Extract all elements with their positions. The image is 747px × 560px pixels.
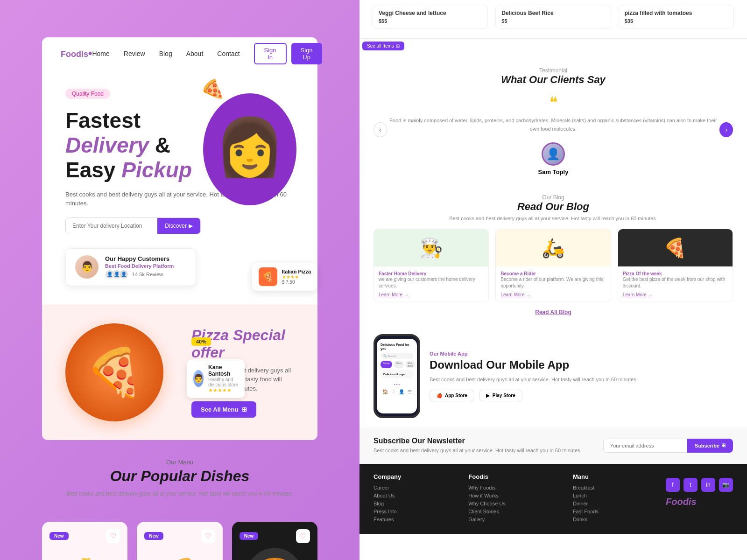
new-badge-1: New xyxy=(49,532,69,540)
phone-search: 🔍 Search xyxy=(381,353,413,359)
footer-link-how-works[interactable]: How it Works xyxy=(468,493,505,498)
footer-link-drinks[interactable]: Drinks xyxy=(573,517,599,522)
customers-card: 👨 Our Happy Customers Best Food Delivery… xyxy=(65,248,196,286)
search-input[interactable] xyxy=(66,218,157,234)
app-store-button[interactable]: 🍎 App Store xyxy=(430,390,474,401)
heart-button-2[interactable]: ♡ xyxy=(201,529,215,543)
discover-button[interactable]: Discover ▶ xyxy=(157,218,200,234)
social-instagram[interactable]: 📷 xyxy=(719,478,733,492)
customer-platform: Best Food Delivery Platform xyxy=(105,263,174,269)
signin-button[interactable]: Sign In xyxy=(254,43,287,64)
apple-icon: 🍎 xyxy=(437,393,442,398)
dish-card-top-2: New ♡ xyxy=(144,529,215,543)
phone-nav-heart: ♡ xyxy=(391,389,395,394)
dish-img-1: 🍿 xyxy=(57,548,113,560)
next-testimonial-button[interactable]: › xyxy=(719,122,733,137)
footer-link-client[interactable]: Client Stories xyxy=(468,509,505,514)
footer-link-features[interactable]: Features xyxy=(374,517,401,522)
testimonial-title: What Our Clients Say xyxy=(374,74,733,86)
social-twitter[interactable]: t xyxy=(684,478,698,492)
footer-link-dinner[interactable]: Dinner xyxy=(573,501,599,506)
read-all-blog-link[interactable]: Read All Blog xyxy=(374,309,733,315)
nav-review[interactable]: Review xyxy=(124,50,145,57)
menu-desc: Best cooks and best delivery guys all at… xyxy=(42,490,317,498)
nav-blog[interactable]: Blog xyxy=(159,50,172,57)
nav-contact[interactable]: Contact xyxy=(217,50,240,57)
blog-card-2: 🛵 Become a Rider Become a rider of our p… xyxy=(495,229,611,302)
blog-cat-2: Become a Rider xyxy=(500,271,606,276)
footer-grid: Company Career About Us Blog Press Info … xyxy=(374,473,733,525)
blog-link-2[interactable]: Learn More → xyxy=(500,292,606,297)
newsletter-desc: Best cooks and best delivery guys all at… xyxy=(374,447,582,454)
nav-about[interactable]: About xyxy=(186,50,204,57)
top-cards: Veggi Cheese and lettuce $55 Delicious B… xyxy=(359,0,747,39)
heart-button-3[interactable]: ♡ xyxy=(296,529,310,543)
see-all-button[interactable]: See All Menu ⊞ xyxy=(191,401,256,418)
subscribe-icon: ⊞ xyxy=(721,442,726,448)
dish-card-top-3: New ♡ xyxy=(240,529,310,543)
footer-link-about[interactable]: About Us xyxy=(374,493,401,498)
play-store-button[interactable]: ▶ Play Store xyxy=(479,390,522,401)
nav-home[interactable]: Home xyxy=(92,50,109,57)
footer-link-blog[interactable]: Blog xyxy=(374,501,401,506)
right-panel: Veggi Cheese and lettuce $55 Delicious B… xyxy=(359,0,747,560)
reviewer-stars: ★★★★★ xyxy=(208,387,238,393)
fc-price-2: $5 xyxy=(501,18,605,24)
blog-desc: Best cooks and best delivery guys all at… xyxy=(374,216,733,221)
new-badge-2: New xyxy=(144,532,163,540)
footer-link-breakfast[interactable]: Breakfast xyxy=(573,485,599,490)
footer-link-gallery[interactable]: Gallery xyxy=(468,517,505,522)
blog-text-1: we are giving our customers the home del… xyxy=(379,276,484,289)
phone-nav-menu: ☰ xyxy=(408,389,412,394)
prev-testimonial-button[interactable]: ‹ xyxy=(374,122,387,137)
blog-link-1[interactable]: Learn More → xyxy=(379,292,484,297)
offer-badge: 40% xyxy=(191,337,211,346)
social-facebook[interactable]: f xyxy=(666,478,680,492)
footer-col-company: Company Career About Us Blog Press Info … xyxy=(374,473,401,525)
reviewer-avatar: 👨 xyxy=(193,370,204,387)
customer-avatar: 👨 xyxy=(75,255,99,279)
phone-tabs: Burger Pizza Rice-Bowl xyxy=(381,361,413,368)
newsletter-text: Subscribe Our Newsletter Best cooks and … xyxy=(374,437,582,454)
blog-grid: 👨‍🍳 Faster Home Delivery we are giving o… xyxy=(374,229,733,302)
fc-price-3: $35 xyxy=(625,18,728,24)
grid-icon-2: ⊞ xyxy=(396,43,400,49)
phone-nav-home: 🏠 xyxy=(382,389,388,394)
signup-button[interactable]: Sign Up xyxy=(291,43,322,64)
footer-col-social: f t in 📷 Foodis xyxy=(666,473,733,525)
food-card-2: Delicious Beef Rice $5 xyxy=(495,5,611,29)
page-wrapper: Foodis• Home Review Blog About Contact S… xyxy=(0,0,747,560)
reviewer-card: 👨 Kane Santosh Healthy and delicious sto… xyxy=(187,359,245,398)
dish-img-2: 🍕 xyxy=(152,548,208,560)
footer-link-why-foodis[interactable]: Why Foodis xyxy=(468,485,505,490)
social-linkedin[interactable]: in xyxy=(701,478,715,492)
see-all-items-button[interactable]: See all Items ⊞ xyxy=(362,42,404,50)
footer-link-fastfoods[interactable]: Fast Foods xyxy=(573,509,599,514)
phone-tab-2: Pizza xyxy=(394,361,404,368)
pizza-float-card: 🍕 Italian Pizza ★★★★ $ 7.50 xyxy=(252,263,317,291)
newsletter-input[interactable] xyxy=(603,439,687,453)
footer-col-foodis-title: Foodis xyxy=(468,473,505,480)
customer-name: Our Happy Customers xyxy=(105,255,174,262)
blog-link-3[interactable]: Learn More → xyxy=(623,292,728,297)
footer-link-career[interactable]: Career xyxy=(374,485,401,490)
special-section: 🍕 40% 👨 Kane Santosh Healthy and delicio… xyxy=(42,305,317,440)
customer-info: Our Happy Customers Best Food Delivery P… xyxy=(105,255,174,279)
app-title: Download Our Mobile App xyxy=(430,358,733,372)
footer-link-why-choose[interactable]: Why Choose Us xyxy=(468,501,505,506)
dish-card-1: New ♡ 🍿 xyxy=(42,522,127,560)
blog-content-1: Faster Home Delivery we are giving our c… xyxy=(374,266,488,302)
heart-button-1[interactable]: ♡ xyxy=(106,529,120,543)
footer-link-press[interactable]: Press Info xyxy=(374,509,401,514)
blog-cat-1: Faster Home Delivery xyxy=(379,271,484,276)
person-image: 👩 xyxy=(215,114,285,180)
pizza-card-stars: ★★★★ xyxy=(282,274,311,280)
newsletter-button[interactable]: Subscribe ⊞ xyxy=(687,439,733,453)
reviewer-details: Kane Santosh Healthy and delicious store… xyxy=(208,364,238,393)
newsletter-form: Subscribe ⊞ xyxy=(603,439,733,453)
footer-link-lunch[interactable]: Lunch xyxy=(573,493,599,498)
pizza-thumb: 🍕 xyxy=(259,267,277,286)
blog-sub: Our Blog xyxy=(374,194,733,201)
play-icon: ▶ xyxy=(486,393,490,398)
fc-price-1: $55 xyxy=(379,18,482,24)
